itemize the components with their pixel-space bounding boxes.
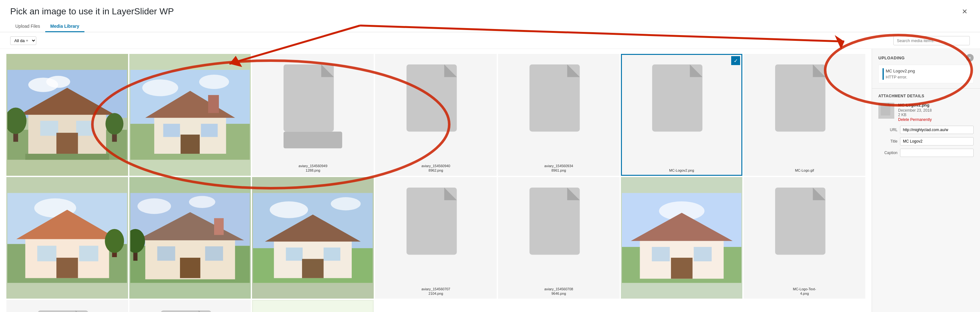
attachment-details-section: ATTACHMENT DETAILS MC-Logov2.png Decembe… [872,89,980,312]
svg-rect-2 [25,154,109,160]
media-label: MC-Logo.gif [745,168,864,173]
svg-point-47 [105,229,124,253]
svg-point-52 [189,196,215,208]
svg-rect-55 [214,218,224,235]
svg-rect-23 [163,124,180,137]
media-item[interactable]: aviary_1545607072104.png [375,177,497,299]
attachment-date: December 23, 2018 [898,108,974,113]
modal-title: Pick an image to use it in LayerSlider W… [10,6,174,17]
url-input[interactable] [900,126,974,134]
caption-label: Caption [878,149,897,155]
title-label: Title [878,137,897,144]
media-item[interactable] [621,177,743,299]
svg-point-14 [105,113,123,134]
media-label: MC-Logov2.png [622,168,742,173]
tab-media-library[interactable]: Media Library [45,21,84,32]
media-item[interactable] [252,300,374,312]
svg-point-64 [270,201,308,218]
svg-rect-9 [76,121,94,136]
svg-rect-86 [38,310,88,312]
svg-rect-8 [40,121,58,136]
media-item[interactable]: aviary_1545609491288.png [252,54,374,176]
svg-rect-82 [694,247,711,261]
svg-point-51 [137,198,171,214]
media-item[interactable]: aviary_1545607089646.png [498,177,620,299]
uploading-header: UPLOADING × [878,54,974,62]
toolbar-row: All da ÷ [0,32,980,49]
media-item[interactable]: MC-Logo.png [129,300,251,312]
svg-rect-45 [56,258,78,278]
title-field-row: Title [878,137,974,146]
svg-rect-88 [161,310,211,312]
sidebar-panel: UPLOADING × MC Logov2.png HTTP error. [872,49,980,312]
media-label: aviary_1545607089646.png [499,287,619,296]
media-item[interactable] [252,177,374,299]
media-item[interactable] [129,177,251,299]
svg-rect-81 [652,247,669,261]
media-label: aviary_1545609348961.png [499,164,619,173]
title-input[interactable] [900,137,974,146]
svg-rect-10 [56,133,78,154]
url-field-row: URL [878,126,974,134]
content-area: aviary_1545609491288.png aviary_15456094… [0,49,980,312]
close-button[interactable]: × [959,6,970,17]
svg-rect-58 [180,258,200,278]
svg-rect-24 [201,124,218,137]
uploading-close-button[interactable]: × [966,54,974,62]
upload-item: MC Logov2.png HTTP error. [878,65,974,83]
svg-point-18 [142,80,178,96]
svg-rect-70 [302,259,324,278]
svg-rect-25 [181,134,200,154]
media-grid: aviary_1545609491288.png aviary_15456094… [6,54,865,312]
uploading-title: UPLOADING [878,56,905,60]
svg-rect-90 [253,301,373,312]
svg-rect-43 [37,246,56,261]
svg-point-5 [46,76,70,88]
attachment-info-row: MC-Logov2.png December 23, 2018 2 KB Del… [878,103,974,122]
media-item[interactable] [6,177,128,299]
media-label: MC-Logo-Text-4.png [745,287,864,296]
url-label: URL [878,126,897,132]
search-input[interactable] [893,36,970,45]
attachment-details-title: ATTACHMENT DETAILS [878,94,974,98]
media-label: aviary_1545609408962.png [376,164,496,173]
delete-permanently-link[interactable]: Delete Permanently [898,117,932,122]
upload-item-error: HTTP error. [886,75,915,80]
svg-point-65 [331,197,361,210]
svg-rect-44 [79,246,98,261]
attachment-size: 2 KB [898,113,974,117]
svg-rect-57 [205,246,223,261]
media-item[interactable]: MC-Logo-Text-4.png [744,177,865,299]
svg-rect-83 [671,258,693,279]
tabs-row: Upload Files Media Library [0,17,980,32]
upload-item-name: MC Logov2.png [886,69,915,74]
media-item[interactable] [6,54,128,176]
svg-rect-56 [157,246,175,261]
caption-input[interactable] [900,149,974,157]
uploading-section: UPLOADING × MC Logov2.png HTTP error. [872,49,980,89]
filter-select[interactable]: All da ÷ [10,36,36,45]
svg-rect-28 [283,131,342,148]
attachment-filename: MC-Logov2.png [898,103,974,107]
caption-field-row: Caption [878,149,974,157]
tab-upload[interactable]: Upload Files [10,21,45,32]
media-item-selected[interactable]: ✓ MC-Logov2.png [621,54,743,176]
selected-check: ✓ [731,56,740,65]
svg-point-19 [199,75,229,89]
svg-rect-69 [324,248,340,261]
svg-rect-22 [208,95,219,113]
media-item[interactable]: aviary_1545609348961.png [498,54,620,176]
attachment-meta: MC-Logov2.png December 23, 2018 2 KB Del… [898,103,974,122]
svg-rect-68 [286,248,303,261]
media-item[interactable]: MC-Logo.gif [744,54,865,176]
media-item[interactable]: aviary_1545609408962.png [375,54,497,176]
media-item[interactable] [129,54,251,176]
media-item[interactable]: MC-icons.jpg [6,300,128,312]
modal-header: Pick an image to use it in LayerSlider W… [0,0,980,17]
media-label: aviary_1545607072104.png [376,287,496,296]
modal: Pick an image to use it in LayerSlider W… [0,0,980,312]
media-label: aviary_1545609491288.png [253,164,373,173]
attachment-thumb [878,103,894,119]
media-grid-area: aviary_1545609491288.png aviary_15456094… [0,49,872,312]
